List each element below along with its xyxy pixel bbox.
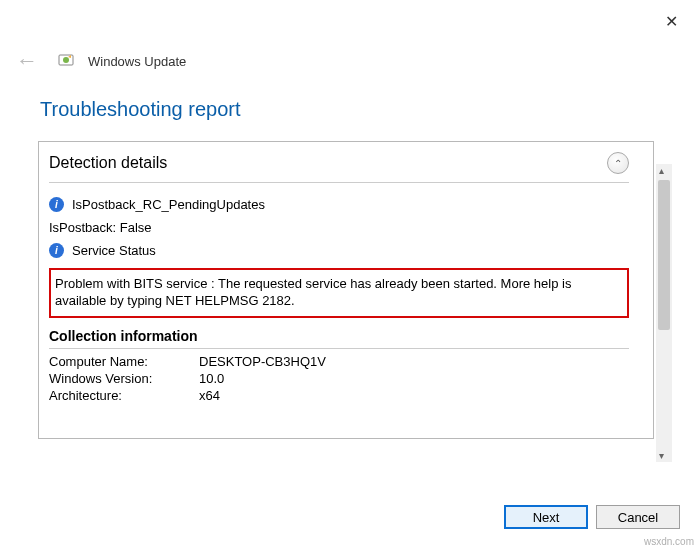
section-title: Detection details [49,154,167,172]
chevron-up-icon[interactable]: ⌃ [607,152,629,174]
item-label: IsPostback: False [49,220,152,235]
button-bar: Next Cancel [504,505,680,529]
windows-update-icon [58,53,76,69]
list-item: i Service Status [49,239,629,262]
report-panel: Detection details ⌃ i IsPostback_RC_Pend… [38,141,654,439]
scroll-thumb[interactable] [658,180,670,330]
problem-highlight: Problem with BITS service : The requeste… [49,268,629,318]
watermark: wsxdn.com [644,536,694,547]
table-row: Architecture: x64 [49,387,629,404]
table-row: Windows Version: 10.0 [49,370,629,387]
next-button[interactable]: Next [504,505,588,529]
list-item: i IsPostback_RC_PendingUpdates [49,193,629,216]
scrollbar[interactable]: ▴ ▾ [656,164,672,462]
wizard-header: ← Windows Update [0,0,700,80]
table-row: Computer Name: DESKTOP-CB3HQ1V [49,353,629,370]
report-heading: Troubleshooting report [0,80,700,133]
problem-text: Problem with BITS service : The requeste… [55,276,571,308]
computer-name-value: DESKTOP-CB3HQ1V [199,354,326,369]
architecture-label: Architecture: [49,388,199,403]
windows-version-label: Windows Version: [49,371,199,386]
scroll-up-icon[interactable]: ▴ [659,165,664,176]
page-title: Windows Update [88,54,186,69]
list-item: IsPostback: False [49,216,629,239]
cancel-button[interactable]: Cancel [596,505,680,529]
divider [49,348,629,349]
architecture-value: x64 [199,388,220,403]
item-label: IsPostback_RC_PendingUpdates [72,197,265,212]
back-icon[interactable]: ← [16,48,46,74]
info-icon: i [49,197,64,212]
divider [49,182,629,183]
svg-point-1 [63,57,69,63]
item-label: Service Status [72,243,156,258]
collection-title: Collection information [49,326,629,348]
computer-name-label: Computer Name: [49,354,199,369]
close-icon[interactable]: ✕ [665,12,678,31]
scroll-down-icon[interactable]: ▾ [659,450,664,461]
windows-version-value: 10.0 [199,371,224,386]
info-icon: i [49,243,64,258]
